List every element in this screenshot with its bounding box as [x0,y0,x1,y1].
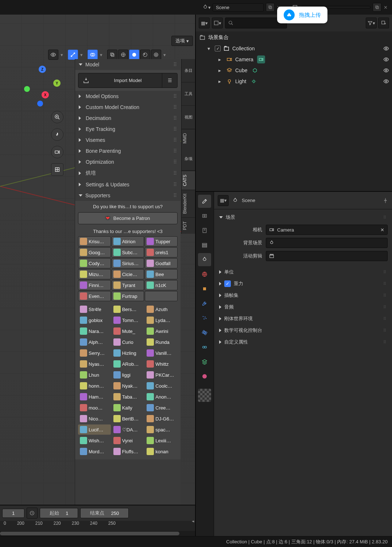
supporter-cell[interactable]: Tomn… [112,315,144,325]
pan-icon[interactable] [51,128,63,141]
supporter-cell[interactable]: konan [145,446,178,457]
chevron-down-icon[interactable]: ▾ [59,52,64,58]
disclose-icon[interactable]: ▸ [218,78,224,84]
shading-wireframe-icon[interactable] [118,50,128,60]
filter-button[interactable]: ▾ [366,18,377,28]
outliner-object-row[interactable]: ▸Camera [199,54,389,65]
section-settings[interactable]: Settings & Updates⠿ [75,179,181,190]
drag-icon[interactable]: ⠿ [173,182,178,187]
supporter-cell[interactable]: Hizling [112,348,144,358]
clear-icon[interactable]: ✕ [380,227,384,233]
ptab-physics-icon[interactable] [198,326,211,339]
tab-tools[interactable]: 工具 [182,82,195,106]
outliner-mode-button[interactable]: ▦▾ [199,18,210,28]
ptab-texture-icon[interactable] [198,389,211,402]
supporter-cell[interactable]: BertB… [112,414,144,424]
supporter-cell[interactable]: Azuth [145,304,178,314]
close-icon[interactable]: ✕ [384,5,388,10]
xray-icon[interactable] [107,50,117,60]
tab-misc[interactable]: 杂项 [182,147,195,171]
perspective-icon[interactable] [51,163,63,176]
supporter-cell[interactable]: Lhun [78,370,111,380]
supporter-cell[interactable]: Fluffs… [112,446,144,457]
collapse-icon[interactable]: ◂ [192,521,194,524]
gravity-checkbox[interactable]: ✓ [224,280,231,287]
ptab-scene-icon[interactable] [198,253,211,266]
supporter-cell[interactable]: Furtrap [112,291,144,301]
eye-icon[interactable] [383,57,389,62]
overlay-toggle-icon[interactable] [88,50,98,60]
section-baking[interactable]: 烘培⠿ [75,167,181,179]
supporter-cell[interactable]: Atirion [112,236,144,247]
camera-nav-icon[interactable] [51,146,63,158]
drag-icon[interactable]: ⠿ [383,215,387,220]
ptab-world-icon[interactable] [198,268,211,281]
outliner-object-row[interactable]: ▸Light [199,76,389,87]
supporter-cell[interactable]: Nico… [78,414,111,424]
drag-icon[interactable]: ⠿ [173,193,178,198]
eye-icon[interactable] [383,67,389,73]
supporter-cell[interactable]: Cree… [145,403,178,413]
drag-icon[interactable]: ⠿ [173,148,178,154]
tab-mmd[interactable]: MMD [182,129,195,147]
ptab-object-icon[interactable] [198,282,211,295]
section-supporters[interactable]: Supporters⠿ [75,190,181,201]
props-section[interactable]: 数学可视化控制台⠿ [218,325,388,336]
supporter-cell[interactable]: Nyas… [78,359,111,369]
drag-icon[interactable]: ⠿ [383,328,387,333]
droplet-icon[interactable]: ▾ [202,3,211,12]
supporter-cell[interactable]: Kally [112,403,144,413]
scene-collection-row[interactable]: 场景集合 [199,32,389,43]
tab-view[interactable]: 视图 [182,106,195,129]
supporter-cell[interactable]: spac… [145,424,178,435]
new-collection-button[interactable] [378,18,389,28]
supporter-cell[interactable]: Bee [145,269,178,279]
shading-solid-icon[interactable] [129,50,139,60]
supporter-cell[interactable]: Anon… [145,392,178,402]
supporter-cell[interactable]: Lexiii… [145,435,178,446]
ptab-data-icon[interactable] [198,355,211,368]
ptab-output-icon[interactable] [198,224,211,237]
supporter-cell[interactable]: Mizu… [78,269,111,279]
drag-icon[interactable]: ⠿ [173,170,178,176]
drag-icon[interactable]: ⠿ [173,115,178,121]
supporter-cell[interactable]: Bers… [112,304,144,314]
supporter-cell[interactable]: Wish… [78,435,111,446]
axis-z-icon[interactable]: Z [39,66,46,73]
supporter-cell[interactable]: moo… [78,403,111,413]
tab-items[interactable]: 条目 [182,59,195,82]
outliner-display-button[interactable]: ▾ [212,18,223,28]
section-bone-parenting[interactable]: Bone Parenting⠿ [75,146,181,156]
import-model-button[interactable]: Import Model ☰ [78,73,178,88]
chevron-down-icon[interactable]: ▾ [98,52,104,58]
supporter-cell[interactable]: Alph… [78,337,111,347]
supporter-cell[interactable]: Awrini [145,326,178,336]
autokey-icon[interactable] [27,508,38,519]
section-decimation[interactable]: Decimation⠿ [75,113,181,124]
supporter-cell[interactable]: Runda [145,337,178,347]
supporter-cell[interactable]: DJ-G6… [145,414,178,424]
section-visemes[interactable]: Visemes⠿ [75,135,181,146]
supporter-cell[interactable]: Whittz [145,359,178,369]
ptab-viewlayer-icon[interactable] [198,238,211,252]
scene-name-field[interactable]: Scene [213,3,264,12]
end-frame-field[interactable]: 结束点250 [80,508,129,518]
props-mode-button[interactable]: ▦▾ [218,195,229,206]
outliner-object-row[interactable]: ▸Cube [199,65,389,76]
supporter-cell[interactable]: Finni… [78,280,111,290]
supporter-cell[interactable]: Nyak… [112,381,144,391]
supporter-cell[interactable]: Ham… [78,392,111,402]
supporter-cell[interactable]: Goog… [78,247,111,257]
shading-rendered-icon[interactable] [151,50,161,60]
axis-neg-icon[interactable] [37,101,43,106]
drag-icon[interactable]: ⠿ [173,159,178,165]
supporter-cell[interactable]: Godfall [145,258,178,268]
drag-icon[interactable]: ⠿ [383,305,387,310]
supporter-cell[interactable]: Lyda… [145,315,178,325]
supporter-cell[interactable] [145,291,178,301]
supporter-cell[interactable]: Subc… [112,247,144,257]
zoom-icon[interactable] [51,111,63,123]
axis-x-icon[interactable]: X [42,91,49,98]
ptab-material-icon[interactable] [198,370,211,383]
timeline-scrollbar[interactable] [0,531,195,536]
